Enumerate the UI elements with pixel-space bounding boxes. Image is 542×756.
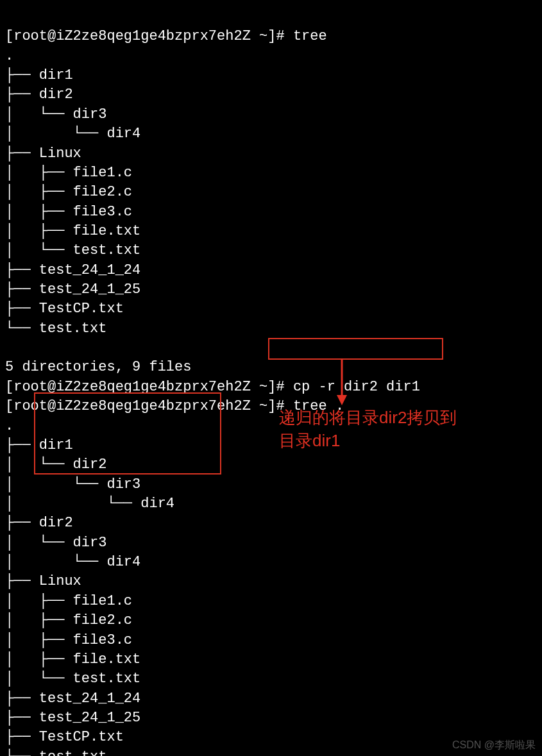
annotation-text: 递归的将目录dir2拷贝到 目录dir1: [279, 406, 457, 453]
prompt-3: [root@iZ2ze8qeg1ge4bzprx7eh2Z ~]#: [5, 398, 293, 414]
tree-output-1: . ├── dir1 ├── dir2 │ └── dir3 │ └── dir…: [5, 48, 140, 337]
prompt-line-2: [root@iZ2ze8qeg1ge4bzprx7eh2Z ~]# cp -r …: [5, 379, 420, 395]
annotation-line-2: 目录dir1: [279, 429, 457, 452]
watermark: CSDN @李斯啦果: [452, 739, 536, 752]
command-1: tree: [293, 28, 327, 44]
command-2: cp -r dir2 dir1: [293, 379, 420, 395]
prompt-2: [root@iZ2ze8qeg1ge4bzprx7eh2Z ~]#: [5, 379, 293, 395]
annotation-line-1: 递归的将目录dir2拷贝到: [279, 406, 457, 429]
summary-1: 5 directories, 9 files: [5, 359, 191, 375]
terminal-output: [root@iZ2ze8qeg1ge4bzprx7eh2Z ~]# tree .…: [0, 0, 542, 756]
prompt-line-1: [root@iZ2ze8qeg1ge4bzprx7eh2Z ~]# tree: [5, 28, 327, 44]
prompt-1: [root@iZ2ze8qeg1ge4bzprx7eh2Z ~]#: [5, 28, 293, 44]
tree-output-2: . ├── dir1 │ └── dir2 │ └── dir3 │ └── d…: [5, 418, 174, 756]
